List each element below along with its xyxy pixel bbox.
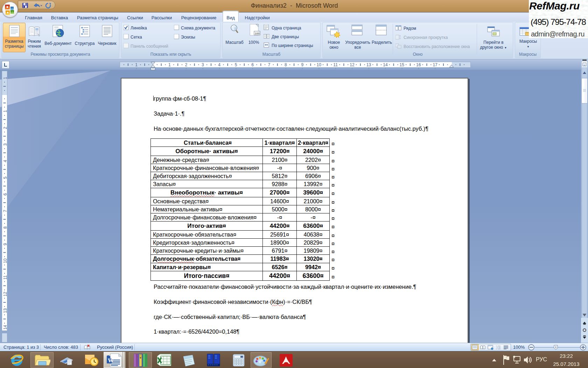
svg-text:11: 11 xyxy=(3,275,7,280)
svg-text:8: 8 xyxy=(3,226,7,229)
svg-text:14: 14 xyxy=(3,325,7,330)
svg-text:12: 12 xyxy=(3,292,7,297)
svg-text:16: 16 xyxy=(416,62,421,67)
svg-text:5: 5 xyxy=(3,176,7,179)
svg-text:4: 4 xyxy=(3,160,7,162)
svg-text:8: 8 xyxy=(285,62,287,67)
svg-text:3: 3 xyxy=(3,143,7,146)
svg-text:6: 6 xyxy=(3,193,7,196)
svg-text:2: 2 xyxy=(185,62,187,67)
svg-text:1: 1 xyxy=(168,62,171,67)
svg-text:2: 2 xyxy=(3,127,7,129)
svg-text:6: 6 xyxy=(251,62,254,67)
svg-text:3: 3 xyxy=(202,62,204,67)
svg-text:100: 100 xyxy=(255,32,260,35)
svg-text:15: 15 xyxy=(400,62,405,67)
svg-text:1: 1 xyxy=(135,62,138,67)
svg-text:7: 7 xyxy=(268,62,271,67)
svg-text:12: 12 xyxy=(350,62,355,67)
svg-text:4: 4 xyxy=(218,62,220,67)
svg-text:W: W xyxy=(108,357,114,364)
svg-text:10: 10 xyxy=(317,62,322,67)
svg-text:14: 14 xyxy=(383,62,388,67)
svg-text:1: 1 xyxy=(3,110,7,113)
svg-text:13: 13 xyxy=(366,62,371,67)
svg-text:11: 11 xyxy=(333,62,338,67)
svg-text:9: 9 xyxy=(301,62,303,67)
svg-text:10: 10 xyxy=(3,258,7,263)
svg-text:13: 13 xyxy=(3,308,7,313)
svg-text:9: 9 xyxy=(3,243,7,245)
svg-text:17: 17 xyxy=(433,62,438,67)
svg-text:1: 1 xyxy=(3,77,7,79)
svg-text:7: 7 xyxy=(3,210,7,212)
svg-text:5: 5 xyxy=(235,62,237,67)
